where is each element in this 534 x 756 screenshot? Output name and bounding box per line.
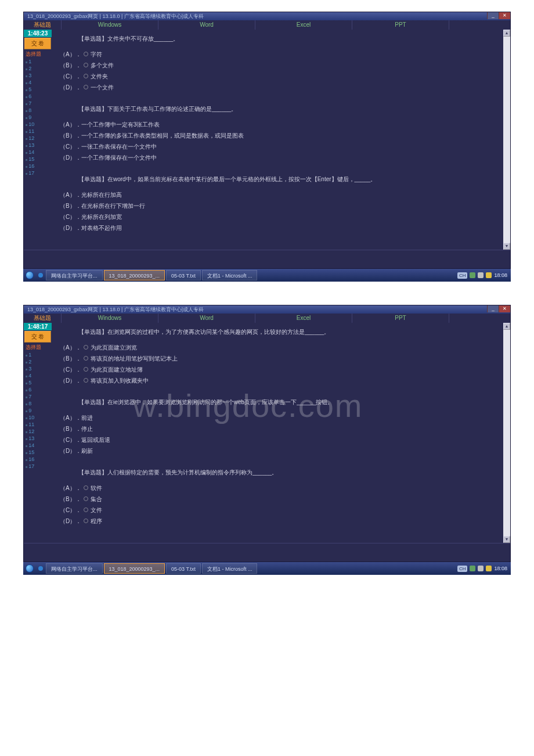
qnav-15[interactable]: 15 — [24, 156, 52, 163]
radio-icon[interactable] — [84, 85, 88, 89]
option-a[interactable]: （A）．前进 — [60, 412, 499, 423]
radio-icon[interactable] — [84, 63, 88, 67]
qnav-11[interactable]: 11 — [24, 422, 52, 429]
option-b[interactable]: （B）．多个文件 — [60, 60, 499, 71]
taskbar-item[interactable]: 网络自主学习平台... — [46, 563, 103, 574]
qnav-16[interactable]: 16 — [24, 163, 52, 170]
qnav-17[interactable]: 17 — [24, 463, 52, 470]
qnav-8[interactable]: 8 — [24, 107, 52, 114]
submit-button[interactable]: 交 卷 — [24, 331, 51, 343]
option-a[interactable]: （A）．字符 — [60, 49, 499, 60]
qnav-17[interactable]: 17 — [24, 170, 52, 177]
qnav-5[interactable]: 5 — [24, 380, 52, 387]
option-c[interactable]: （C）．光标所在列加宽 — [60, 211, 499, 222]
qnav-11[interactable]: 11 — [24, 128, 52, 135]
taskbar[interactable]: 网络自主学习平台... 13_018_20000293_... 05-03 T.… — [23, 269, 511, 282]
tray-icon[interactable] — [470, 566, 475, 571]
option-d[interactable]: （D）．对表格不起作用 — [60, 222, 499, 233]
qnav-2[interactable]: 2 — [24, 66, 52, 73]
tab-word[interactable]: Word — [158, 20, 255, 30]
minimize-button[interactable]: _ — [487, 305, 499, 312]
radio-icon[interactable] — [84, 507, 88, 512]
start-button[interactable] — [26, 271, 34, 279]
taskbar[interactable]: 网络自主学习平台... 13_018_20000293_... 05-03 T.… — [23, 562, 511, 575]
qnav-13[interactable]: 13 — [24, 142, 52, 149]
titlebar[interactable]: 13_018_20000293_gxbax网页 | 13.18.0 | 广东省高… — [24, 305, 510, 314]
option-c[interactable]: （C）．为此页面建立地址簿 — [60, 364, 499, 375]
tab-basic[interactable]: 基础题 — [24, 314, 62, 323]
qnav-2[interactable]: 2 — [24, 359, 52, 366]
option-b[interactable]: （B）．集合 — [60, 494, 499, 505]
submit-button[interactable]: 交 卷 — [24, 38, 51, 49]
qnav-14[interactable]: 14 — [24, 149, 52, 156]
option-a[interactable]: （A）．软件 — [60, 483, 499, 494]
qnav-7[interactable]: 7 — [24, 394, 52, 401]
radio-icon[interactable] — [84, 519, 88, 523]
option-d[interactable]: （D）．一个文件 — [60, 82, 499, 93]
tray-icon[interactable] — [486, 272, 492, 278]
qnav-8[interactable]: 8 — [24, 401, 52, 408]
radio-icon[interactable] — [84, 496, 88, 501]
option-a[interactable]: （A）．为此页面建立浏览 — [60, 342, 499, 353]
quicklaunch-icon[interactable] — [38, 273, 43, 278]
option-d[interactable]: （D）．一个工作簿保存在一个文件中 — [60, 152, 499, 163]
tray-icon[interactable] — [470, 272, 475, 278]
qnav-12[interactable]: 12 — [24, 429, 52, 435]
scroll-up-icon[interactable]: ▲ — [503, 323, 510, 330]
qnav-1[interactable]: 1 — [24, 352, 52, 359]
taskbar-item[interactable]: 文档1 - Microsoft ... — [202, 563, 258, 574]
tab-excel[interactable]: Excel — [255, 20, 352, 30]
qnav-16[interactable]: 16 — [24, 456, 52, 463]
clock[interactable]: 18:08 — [494, 566, 507, 571]
option-c[interactable]: （C）．文件夹 — [60, 71, 499, 82]
radio-icon[interactable] — [84, 345, 88, 350]
scroll-track[interactable] — [503, 37, 510, 243]
taskbar-item[interactable]: 13_018_20000293_... — [104, 270, 165, 280]
tab-basic[interactable]: 基础题 — [24, 20, 62, 30]
close-button[interactable]: ✕ — [499, 12, 510, 19]
qnav-4[interactable]: 4 — [24, 373, 52, 380]
language-indicator[interactable]: CH — [457, 566, 468, 572]
scroll-down-icon[interactable]: ▼ — [503, 536, 510, 543]
option-c[interactable]: （C）．一张工作表保存在一个文件中 — [60, 141, 499, 152]
system-tray[interactable]: CH 18:08 — [454, 566, 511, 572]
qnav-9[interactable]: 9 — [24, 408, 52, 415]
taskbar-item[interactable]: 05-03 T.txt — [166, 270, 201, 280]
option-b[interactable]: （B）．停止 — [60, 423, 499, 434]
taskbar-item[interactable]: 文档1 - Microsoft ... — [202, 270, 258, 280]
qnav-1[interactable]: 1 — [24, 59, 52, 66]
option-c[interactable]: （C）．返回或后退 — [60, 434, 499, 445]
start-button[interactable] — [26, 564, 34, 573]
taskbar-item[interactable]: 13_018_20000293_... — [104, 563, 165, 574]
radio-icon[interactable] — [84, 485, 88, 490]
vertical-scrollbar[interactable]: ▲ ▼ — [503, 323, 510, 543]
option-d[interactable]: （D）．程序 — [60, 516, 499, 527]
titlebar[interactable]: 13_018_20000293_gxbax网页 | 13.18.0 | 广东省高… — [24, 12, 510, 20]
option-d[interactable]: （D）．将该页加入到收藏夹中 — [60, 375, 499, 386]
taskbar-item[interactable]: 网络自主学习平台... — [46, 270, 103, 280]
clock[interactable]: 18:08 — [494, 272, 507, 278]
tab-windows[interactable]: Windows — [62, 20, 158, 30]
scroll-down-icon[interactable]: ▼ — [503, 243, 510, 250]
option-a[interactable]: （A）．一个工作簿中一定有3张工作表 — [60, 119, 499, 130]
close-button[interactable]: ✕ — [499, 305, 510, 312]
language-indicator[interactable]: CH — [457, 272, 468, 279]
qnav-12[interactable]: 12 — [24, 135, 52, 142]
option-a[interactable]: （A）．光标所在行加高 — [60, 189, 499, 200]
tray-icon[interactable] — [478, 566, 484, 571]
qnav-6[interactable]: 6 — [24, 93, 52, 100]
option-c[interactable]: （C）．文件 — [60, 505, 499, 516]
option-b[interactable]: （B）．在光标所在行下增加一行 — [60, 200, 499, 211]
qnav-6[interactable]: 6 — [24, 387, 52, 394]
tab-windows[interactable]: Windows — [62, 314, 158, 323]
qnav-3[interactable]: 3 — [24, 366, 52, 373]
system-tray[interactable]: CH 18:08 — [454, 272, 511, 279]
qnav-15[interactable]: 15 — [24, 449, 52, 456]
scroll-track[interactable] — [503, 330, 510, 536]
tab-word[interactable]: Word — [158, 314, 255, 323]
qnav-10[interactable]: 10 — [24, 121, 52, 128]
tab-ppt[interactable]: PPT — [352, 314, 449, 323]
qnav-13[interactable]: 13 — [24, 435, 52, 442]
option-d[interactable]: （D）．刷新 — [60, 445, 499, 456]
minimize-button[interactable]: _ — [487, 12, 499, 19]
